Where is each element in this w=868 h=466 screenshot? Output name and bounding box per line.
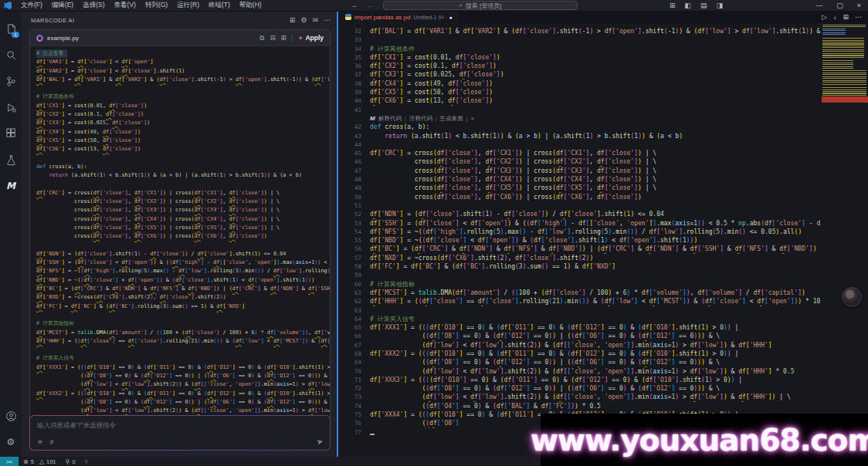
apply-button[interactable]: ✦Apply bbox=[298, 34, 324, 42]
run-debug-icon[interactable] bbox=[0, 94, 22, 120]
menu-查看[interactable]: 查看(V) bbox=[110, 1, 141, 10]
sidebar-right-icon[interactable]: ◨ bbox=[712, 2, 728, 9]
sidebar-left-icon[interactable]: ◧ bbox=[680, 2, 697, 9]
code-line-37: 37df['CX3'] = cost(0.025, df['close']) bbox=[338, 70, 820, 79]
agent-icon[interactable]: ✳ bbox=[37, 438, 43, 446]
new-file-icon[interactable]: ⊞ bbox=[281, 34, 287, 42]
menu-运行[interactable]: 运行(R) bbox=[172, 1, 204, 10]
marscode-icon[interactable]: M bbox=[0, 173, 22, 199]
ai-code-card: example.py ⧉⊟⊞✦Apply # 定义变量df['VAR1'] = … bbox=[29, 29, 331, 420]
panel-code-line: df['CX6'] = cost(13, df['close']) bbox=[36, 145, 324, 154]
panel-code-line: cross(df['close'], df['CX2']) | cross(df… bbox=[36, 198, 324, 206]
command-center-search[interactable]: ⌕ 搜索 [管理员] bbox=[383, 1, 578, 10]
text-cursor bbox=[370, 434, 375, 435]
insert-at-cursor-icon[interactable]: ⊟ bbox=[270, 34, 275, 42]
minimap-error-band bbox=[822, 96, 868, 103]
ai-code-block[interactable]: # 定义变量df['VAR1'] = df['close'] < df['ope… bbox=[30, 46, 330, 420]
code-line-34: 34# 计算其他条件 bbox=[338, 45, 820, 53]
remote-indicator[interactable]: >< bbox=[0, 457, 19, 466]
line-number: 47 bbox=[338, 167, 370, 175]
restore-icon[interactable]: ▢ bbox=[829, 2, 850, 9]
panel-code-line: # 定义变量 bbox=[36, 49, 67, 58]
tab-bar: import pandas as pd Untitled-1 9+ ● ▷∨⊞⋯ bbox=[338, 11, 868, 23]
panel-bottom-icon[interactable]: ▤ bbox=[696, 2, 712, 9]
panel-code-line: ((df['O8'] == 0) & (df['O12'] == 0)) | (… bbox=[36, 398, 324, 407]
forward-arrow-icon[interactable]: → bbox=[362, 2, 377, 9]
code-line-51: 51 bbox=[338, 201, 820, 210]
panel-code-line: cross(df['close'], df['CX6']) | cross(df… bbox=[36, 232, 324, 241]
copy-icon[interactable]: ⧉ bbox=[259, 34, 264, 42]
error-count: 5 bbox=[31, 458, 34, 465]
marscode-file-icon bbox=[36, 35, 43, 42]
settings-icon[interactable]: ⚙ bbox=[300, 16, 307, 24]
send-icon[interactable]: ➤ bbox=[316, 437, 324, 447]
split-editor-icon[interactable]: ⊞ bbox=[843, 13, 849, 21]
more-icon[interactable]: ⋯ bbox=[324, 16, 331, 24]
customize-layout-icon[interactable]: ⊞ bbox=[665, 2, 680, 9]
line-number: 69 bbox=[338, 358, 370, 366]
settings-gear-icon[interactable]: ⚙ bbox=[0, 429, 22, 455]
code-line-52: 52df['NDN'] = (df['close'].shift(1) - df… bbox=[338, 210, 820, 218]
apply-label: Apply bbox=[305, 34, 324, 42]
extensions-icon[interactable] bbox=[0, 120, 22, 147]
sidebar-resize-sash[interactable] bbox=[337, 11, 338, 457]
testing-icon[interactable] bbox=[0, 147, 22, 173]
error-icon: ⊗ bbox=[23, 458, 29, 465]
close-icon[interactable]: × bbox=[850, 2, 868, 9]
line-number: 50 bbox=[338, 193, 370, 201]
gear-icon: ⚙ bbox=[7, 437, 15, 447]
ai-inline-actions[interactable]: M解释代码|注释代码|生成单测|× bbox=[338, 114, 820, 123]
code-line-33: 33 bbox=[338, 35, 820, 44]
ports-indicator[interactable]: ⚲ 0 bbox=[61, 458, 80, 465]
minimap[interactable] bbox=[822, 23, 868, 457]
context-icon[interactable]: # bbox=[50, 438, 54, 446]
code-line-66: 66 ((df['O8'] == 0) & (df['O12'] == 0)) … bbox=[338, 332, 820, 340]
ai-assistant-avatar[interactable] bbox=[842, 287, 862, 307]
run-dropdown-icon[interactable]: ∨ bbox=[833, 15, 836, 20]
code-line-43: 43 return (a.shift(1) < b.shift(1)) & (a… bbox=[338, 132, 820, 140]
code-line-47: 47 cross(df['close'], df['CX3']) | cross… bbox=[338, 167, 820, 175]
ports-count: 0 bbox=[72, 458, 75, 465]
feedback-icon[interactable]: ✉ bbox=[312, 16, 318, 24]
line-number: 48 bbox=[338, 175, 370, 184]
line-number: 73 bbox=[338, 393, 370, 401]
ai-action-2[interactable]: 生成单测 bbox=[440, 114, 463, 123]
code-line-73: 73 (df['low'] < df['low'].shift(2)) & (d… bbox=[338, 393, 820, 401]
ai-widget-close-icon[interactable]: × bbox=[471, 114, 474, 123]
ai-action-0[interactable]: 解释代码 bbox=[378, 114, 402, 123]
problems-indicator[interactable]: ⊗ 5 △ 191 bbox=[19, 458, 61, 465]
panel-code-line: df['CX3'] = cost(0.025, df['close']) bbox=[36, 119, 324, 127]
panel-code-line: df['VAR2'] = df['close'] < df['close'].s… bbox=[36, 67, 324, 76]
account-icon[interactable] bbox=[0, 403, 22, 429]
code-editor[interactable]: 32df['BAL'] = df['VAR1'] & df['VAR2'] & … bbox=[338, 23, 868, 457]
menu-转到[interactable]: 转到(G) bbox=[141, 1, 172, 10]
explorer-badge: 1 bbox=[12, 32, 19, 38]
code-line-57: 57df['NXD'] = ~cross(df['CX6'].shift(2),… bbox=[338, 254, 820, 262]
menu-帮助[interactable]: 帮助(H) bbox=[235, 1, 266, 10]
line-number: 54 bbox=[338, 228, 370, 236]
minimize-icon[interactable]: — bbox=[809, 2, 829, 9]
chat-input-box[interactable]: 输入消息或者"/"来选择指令 ✳ # ➤ bbox=[29, 415, 331, 451]
share-indicator[interactable]: ⑂ bbox=[80, 458, 93, 465]
line-number: 76 bbox=[338, 419, 370, 427]
source-control-icon[interactable] bbox=[0, 68, 22, 94]
line-number: 63 bbox=[338, 306, 370, 315]
more-actions-icon[interactable]: ⋯ bbox=[855, 13, 862, 21]
explorer-icon[interactable]: 1 bbox=[0, 15, 22, 42]
menu-文件[interactable]: 文件(F) bbox=[16, 1, 47, 10]
tab-description: Untitled-1 9+ bbox=[414, 15, 445, 20]
menu-选择[interactable]: 选择(S) bbox=[78, 1, 109, 10]
search-text: 搜索 [管理员] bbox=[466, 2, 502, 10]
marscode-mini-logo: M bbox=[370, 114, 375, 123]
search-icon[interactable] bbox=[0, 42, 22, 68]
menu-编辑[interactable]: 编辑(E) bbox=[47, 1, 78, 10]
modified-dot-icon: ● bbox=[449, 15, 452, 20]
panel-code-line: df['BC'] = (df['CRC'] & df['NDN'] & df['… bbox=[36, 285, 324, 293]
back-arrow-icon[interactable]: ← bbox=[348, 2, 362, 9]
code-line-74: 74 ((df['O4'] == 0) & (df['BAL'] & df['F… bbox=[338, 402, 820, 410]
run-python-icon[interactable]: ▷ bbox=[822, 13, 827, 21]
new-chat-icon[interactable]: ⊞ bbox=[290, 16, 296, 24]
ai-action-1[interactable]: 注释代码 bbox=[409, 114, 432, 123]
tab-untitled-1[interactable]: import pandas as pd Untitled-1 9+ ● bbox=[338, 11, 460, 23]
menu-终端[interactable]: 终端(T) bbox=[204, 1, 235, 10]
